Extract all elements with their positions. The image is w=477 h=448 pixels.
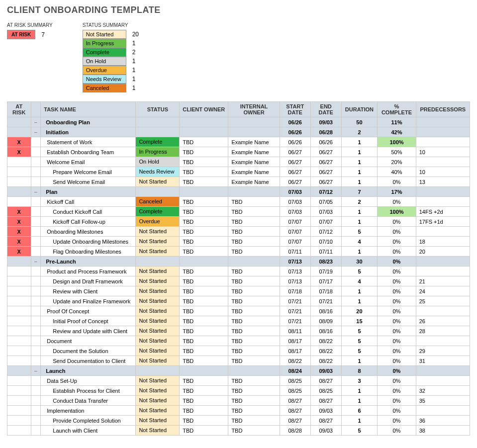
client-owner-cell[interactable]: TBD bbox=[180, 207, 228, 217]
status-cell[interactable]: In Progress bbox=[136, 147, 180, 157]
end-date-cell[interactable]: 06/27 bbox=[310, 157, 341, 167]
end-date-cell[interactable]: 06/28 bbox=[310, 127, 341, 137]
task-name-cell[interactable]: Conduct Kickoff Call bbox=[41, 207, 136, 217]
col-header[interactable]: PREDECESSORS bbox=[416, 102, 470, 117]
end-date-cell[interactable]: 07/17 bbox=[310, 276, 341, 286]
duration-cell[interactable]: 1 bbox=[341, 167, 378, 177]
status-cell[interactable]: Complete bbox=[136, 207, 180, 217]
atrisk-cell[interactable] bbox=[7, 167, 31, 177]
predecessors-cell[interactable] bbox=[416, 257, 470, 267]
end-date-cell[interactable]: 07/03 bbox=[310, 207, 341, 217]
duration-cell[interactable]: 1 bbox=[341, 416, 378, 426]
client-owner-cell[interactable]: TBD bbox=[180, 147, 228, 157]
table-row[interactable]: Document the SolutionNot StartedTBDTBD08… bbox=[7, 346, 470, 356]
status-cell[interactable]: Not Started bbox=[136, 386, 180, 396]
predecessors-cell[interactable] bbox=[416, 227, 470, 237]
status-cell[interactable]: Not Started bbox=[136, 286, 180, 296]
atrisk-cell[interactable] bbox=[7, 267, 31, 276]
internal-owner-cell[interactable]: TBD bbox=[228, 346, 280, 356]
predecessors-cell[interactable] bbox=[416, 267, 470, 276]
duration-cell[interactable]: 2 bbox=[341, 197, 378, 207]
task-name-cell[interactable]: Implementation bbox=[41, 406, 136, 416]
duration-cell[interactable]: 4 bbox=[341, 237, 378, 247]
internal-owner-cell[interactable]: TBD bbox=[228, 326, 280, 336]
start-date-cell[interactable]: 08/27 bbox=[280, 396, 310, 406]
pct-complete-cell[interactable]: 40% bbox=[378, 167, 416, 177]
predecessors-cell[interactable] bbox=[416, 137, 470, 147]
table-row[interactable]: XFlag Onboarding MilestonesNot StartedTB… bbox=[7, 247, 470, 257]
start-date-cell[interactable]: 07/07 bbox=[280, 227, 310, 237]
client-owner-cell[interactable]: TBD bbox=[180, 396, 228, 406]
client-owner-cell[interactable]: TBD bbox=[180, 227, 228, 237]
predecessors-cell[interactable]: 10 bbox=[416, 147, 470, 157]
duration-cell[interactable]: 30 bbox=[341, 257, 378, 267]
task-name-cell[interactable]: Prepare Welcome Email bbox=[41, 167, 136, 177]
client-owner-cell[interactable] bbox=[180, 257, 228, 267]
table-row[interactable]: Send Welcome EmailNot StartedTBDExample … bbox=[7, 177, 470, 187]
pct-complete-cell[interactable]: 0% bbox=[378, 416, 416, 426]
start-date-cell[interactable]: 07/07 bbox=[280, 217, 310, 227]
task-name-cell[interactable]: Kickoff Call bbox=[41, 197, 136, 207]
status-cell[interactable]: On Hold bbox=[136, 157, 180, 167]
atrisk-cell[interactable] bbox=[7, 376, 31, 386]
atrisk-cell[interactable] bbox=[7, 346, 31, 356]
client-owner-cell[interactable]: TBD bbox=[180, 376, 228, 386]
status-cell[interactable]: Not Started bbox=[136, 406, 180, 416]
internal-owner-cell[interactable] bbox=[228, 366, 280, 376]
end-date-cell[interactable]: 08/16 bbox=[310, 306, 341, 316]
predecessors-cell[interactable]: 32 bbox=[416, 386, 470, 396]
task-name-cell[interactable]: Provide Completed Solution bbox=[41, 416, 136, 426]
client-owner-cell[interactable]: TBD bbox=[180, 416, 228, 426]
task-name-cell[interactable]: Send Welcome Email bbox=[41, 177, 136, 187]
table-row[interactable]: ImplementationNot StartedTBDTBD08/2709/0… bbox=[7, 406, 470, 416]
predecessors-cell[interactable]: 31 bbox=[416, 356, 470, 366]
table-row[interactable]: Review and Update with ClientNot Started… bbox=[7, 326, 470, 336]
status-cell[interactable]: Not Started bbox=[136, 336, 180, 346]
table-row[interactable]: –Onboarding Plan06/2609/035011% bbox=[7, 117, 470, 127]
status-cell[interactable]: Not Started bbox=[136, 296, 180, 306]
predecessors-cell[interactable] bbox=[416, 197, 470, 207]
status-cell[interactable]: Needs Review bbox=[136, 167, 180, 177]
client-owner-cell[interactable]: TBD bbox=[180, 356, 228, 366]
table-row[interactable]: XUpdate Onboarding MilestonesNot Started… bbox=[7, 237, 470, 247]
duration-cell[interactable]: 1 bbox=[341, 137, 378, 147]
duration-cell[interactable]: 5 bbox=[341, 267, 378, 276]
task-name-cell[interactable]: Launch with Client bbox=[41, 426, 136, 436]
internal-owner-cell[interactable]: TBD bbox=[228, 276, 280, 286]
atrisk-cell[interactable] bbox=[7, 177, 31, 187]
atrisk-cell[interactable] bbox=[7, 326, 31, 336]
client-owner-cell[interactable]: TBD bbox=[180, 197, 228, 207]
col-header[interactable]: DURATION bbox=[341, 102, 378, 117]
end-date-cell[interactable]: 07/12 bbox=[310, 227, 341, 237]
predecessors-cell[interactable] bbox=[416, 187, 470, 197]
table-row[interactable]: Initial Proof of ConceptNot StartedTBDTB… bbox=[7, 316, 470, 326]
table-row[interactable]: Kickoff CallCanceledTBDTBD07/0307/0520% bbox=[7, 197, 470, 207]
task-name-cell[interactable]: Welcome Email bbox=[41, 157, 136, 167]
start-date-cell[interactable]: 08/24 bbox=[280, 366, 310, 376]
start-date-cell[interactable]: 07/21 bbox=[280, 296, 310, 306]
col-header[interactable]: CLIENT OWNER bbox=[180, 102, 228, 117]
pct-complete-cell[interactable]: 0% bbox=[378, 177, 416, 187]
status-cell[interactable]: Not Started bbox=[136, 267, 180, 276]
task-name-cell[interactable]: Establish Process for Client bbox=[41, 386, 136, 396]
atrisk-cell[interactable] bbox=[7, 257, 31, 267]
duration-cell[interactable]: 1 bbox=[341, 386, 378, 396]
client-owner-cell[interactable]: TBD bbox=[180, 276, 228, 286]
table-row[interactable]: Launch with ClientNot StartedTBDTBD08/28… bbox=[7, 426, 470, 436]
duration-cell[interactable]: 3 bbox=[341, 376, 378, 386]
atrisk-cell[interactable] bbox=[7, 366, 31, 376]
duration-cell[interactable]: 5 bbox=[341, 227, 378, 237]
task-name-cell[interactable]: Data Set-Up bbox=[41, 376, 136, 386]
pct-complete-cell[interactable]: 0% bbox=[378, 346, 416, 356]
client-owner-cell[interactable]: TBD bbox=[180, 386, 228, 396]
predecessors-cell[interactable]: 17FS +1d bbox=[416, 217, 470, 227]
internal-owner-cell[interactable]: TBD bbox=[228, 197, 280, 207]
predecessors-cell[interactable] bbox=[416, 366, 470, 376]
status-cell[interactable]: Not Started bbox=[136, 247, 180, 257]
duration-cell[interactable]: 8 bbox=[341, 366, 378, 376]
status-cell[interactable]: Not Started bbox=[136, 396, 180, 406]
table-row[interactable]: Design and Draft FrameworkNot StartedTBD… bbox=[7, 276, 470, 286]
duration-cell[interactable]: 20 bbox=[341, 306, 378, 316]
internal-owner-cell[interactable]: TBD bbox=[228, 336, 280, 346]
status-cell[interactable]: Not Started bbox=[136, 227, 180, 237]
